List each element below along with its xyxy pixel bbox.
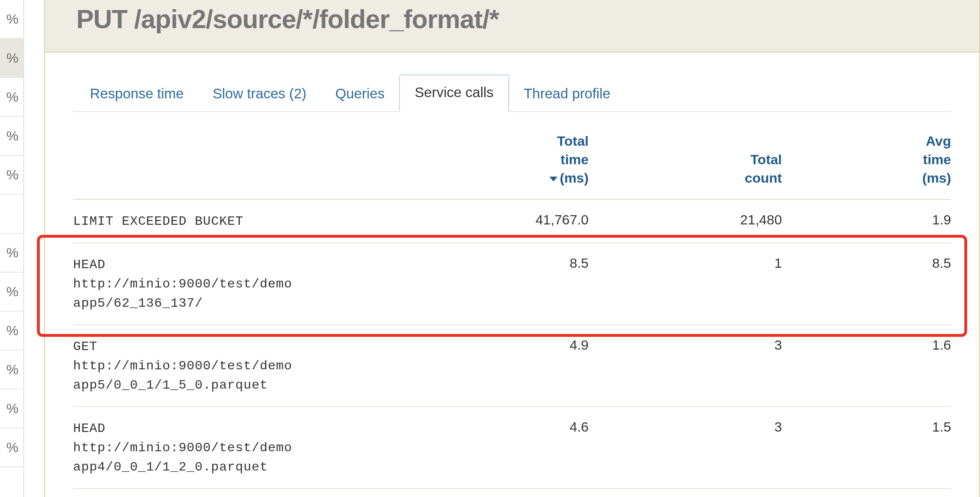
col-avg-time[interactable]: Avg time (ms): [782, 125, 951, 199]
sidebar-item[interactable]: %: [0, 78, 23, 117]
table-row[interactable]: HEAD http://minio:9000/test/demo app5/53…: [73, 489, 951, 497]
table-row[interactable]: HEAD http://minio:9000/test/demo app5/62…: [73, 243, 951, 325]
page-title: PUT /apiv2/source/*/folder_format/*: [76, 4, 951, 34]
cell-total-time: 8.5: [444, 243, 589, 325]
sidebar: %%%%%%%%%%%: [0, 0, 24, 497]
cell-total-count: 21,480: [589, 199, 782, 243]
cell-avg-time: 1.5: [782, 407, 951, 489]
sidebar-item[interactable]: %: [0, 428, 23, 467]
cell-total-time: 41,767.0: [444, 199, 589, 243]
col-avg-time-l2: time: [923, 152, 951, 167]
sort-caret-icon: [549, 177, 557, 181]
cell-name: LIMIT EXCEEDED BUCKET: [73, 199, 444, 243]
col-total-time[interactable]: Total time (ms): [444, 125, 589, 199]
transaction-card: PUT /apiv2/source/*/folder_format/* Resp…: [44, 0, 980, 497]
col-total-count-l2: count: [745, 170, 782, 185]
tab-bar: Response timeSlow traces (2)QueriesServi…: [73, 73, 951, 112]
tab-queries[interactable]: Queries: [321, 77, 399, 112]
col-total-time-l1: Total: [557, 133, 589, 149]
cell-total-count: 1: [589, 243, 782, 325]
table-row[interactable]: GET http://minio:9000/test/demo app5/0_0…: [73, 325, 951, 407]
sidebar-item[interactable]: %: [0, 273, 23, 312]
sidebar-item[interactable]: %: [0, 234, 23, 273]
sidebar-item[interactable]: %: [0, 0, 23, 39]
service-calls-table: Total time (ms) Total count Avg time (ms…: [73, 125, 951, 497]
col-total-time-l2: time: [561, 152, 589, 167]
tab-slow-traces-2[interactable]: Slow traces (2): [198, 77, 321, 112]
col-total-time-l3: (ms): [560, 170, 589, 185]
col-avg-time-l3: (ms): [922, 170, 951, 185]
cell-total-count: 3: [589, 325, 782, 407]
cell-total-time: 3.9: [444, 489, 589, 497]
cell-name: GET http://minio:9000/test/demo app5/0_0…: [73, 325, 444, 407]
sidebar-item[interactable]: %: [0, 312, 23, 350]
cell-name: HEAD http://minio:9000/test/demo app5/62…: [73, 243, 444, 325]
col-total-count-l1: Total: [750, 152, 782, 167]
sidebar-item[interactable]: %: [0, 350, 23, 389]
cell-total-count: 1: [589, 489, 782, 497]
cell-total-time: 4.9: [444, 325, 589, 407]
cell-avg-time: 8.5: [782, 243, 951, 325]
tab-service-calls[interactable]: Service calls: [399, 74, 509, 112]
tab-thread-profile[interactable]: Thread profile: [509, 77, 625, 112]
card-header: PUT /apiv2/source/*/folder_format/*: [45, 0, 979, 53]
cell-total-time: 4.6: [444, 407, 589, 489]
sidebar-item[interactable]: %: [0, 39, 23, 78]
card-body: Response timeSlow traces (2)QueriesServi…: [45, 53, 979, 497]
table-row[interactable]: HEAD http://minio:9000/test/demo app4/0_…: [73, 407, 951, 489]
sidebar-item[interactable]: %: [0, 389, 23, 428]
col-total-count[interactable]: Total count: [589, 125, 782, 199]
cell-avg-time: 3.9: [782, 489, 951, 497]
sidebar-item[interactable]: %: [0, 156, 23, 195]
table-row[interactable]: LIMIT EXCEEDED BUCKET41,767.021,4801.9: [73, 199, 951, 243]
tab-response-time[interactable]: Response time: [76, 77, 198, 112]
cell-name: HEAD http://minio:9000/test/demo app5/53…: [73, 489, 444, 497]
sidebar-spacer: [0, 195, 23, 234]
sidebar-item[interactable]: %: [0, 117, 23, 156]
cell-avg-time: 1.6: [782, 325, 951, 407]
cell-name: HEAD http://minio:9000/test/demo app4/0_…: [73, 407, 444, 489]
service-calls-tbody: LIMIT EXCEEDED BUCKET41,767.021,4801.9HE…: [73, 199, 951, 497]
col-avg-time-l1: Avg: [926, 133, 951, 149]
col-name[interactable]: [73, 125, 444, 199]
cell-total-count: 3: [589, 407, 782, 489]
cell-avg-time: 1.9: [782, 199, 951, 243]
